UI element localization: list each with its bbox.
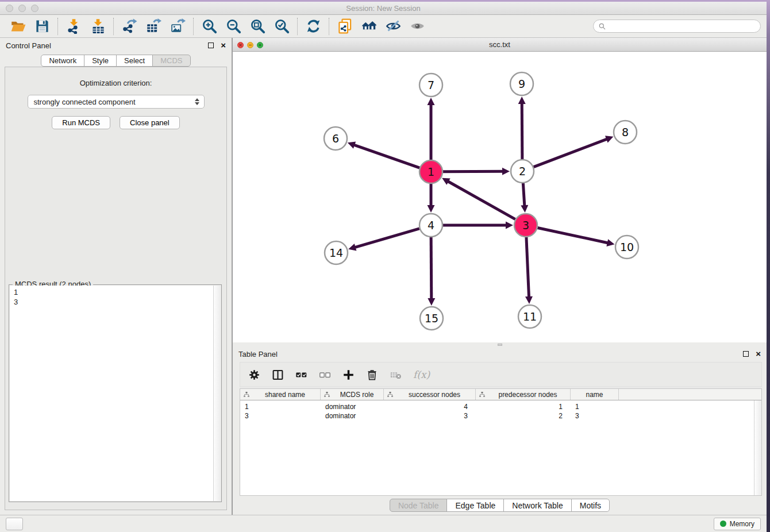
- float-table-panel-icon[interactable]: [743, 351, 749, 357]
- network-minimize-button[interactable]: [247, 42, 253, 48]
- graph-node-8[interactable]: 8: [614, 121, 637, 144]
- network-close-button[interactable]: [237, 42, 244, 48]
- tree-icon: [387, 391, 394, 398]
- checked-boxes-icon: [295, 369, 307, 381]
- export-network-icon: [122, 18, 137, 34]
- refresh-view-button[interactable]: [301, 17, 325, 36]
- window-minimize-button[interactable]: [18, 5, 26, 12]
- import-network-button[interactable]: [61, 17, 86, 36]
- toolbar-separator: [297, 18, 298, 35]
- graph-node-7[interactable]: 7: [419, 74, 442, 97]
- graph-edge-1-4[interactable]: [428, 184, 435, 213]
- tab-mcds[interactable]: MCDS: [152, 55, 190, 67]
- graph-edge-4-15[interactable]: [428, 237, 435, 306]
- network-overview-button[interactable]: [357, 17, 381, 36]
- zoom-selected-button[interactable]: [270, 17, 294, 36]
- tab-motifs[interactable]: Motifs: [571, 499, 610, 512]
- table-header-row: shared nameMCDS rolesuccessor nodesprede…: [240, 389, 761, 400]
- duplicate-network-button[interactable]: [333, 17, 357, 36]
- graph-edge-3-10[interactable]: [538, 228, 615, 246]
- save-session-button[interactable]: [30, 17, 54, 36]
- graph-node-11[interactable]: 11: [518, 305, 541, 328]
- graph-node-3[interactable]: 3: [514, 214, 537, 237]
- graph-edge-3-1[interactable]: [442, 178, 515, 219]
- tab-select[interactable]: Select: [116, 55, 153, 67]
- tab-style[interactable]: Style: [84, 55, 117, 67]
- graph-edge-2-3[interactable]: [521, 183, 528, 213]
- column-label: name: [571, 391, 618, 399]
- task-history-button[interactable]: [6, 518, 23, 530]
- graph-edge-1-2[interactable]: [443, 168, 510, 175]
- table-cell-name: 3: [571, 411, 619, 421]
- import-table-button[interactable]: [86, 17, 110, 36]
- split-view-button[interactable]: [272, 369, 284, 381]
- table-settings-button[interactable]: [248, 369, 260, 381]
- column-header-name[interactable]: name: [571, 389, 619, 400]
- tab-network-table[interactable]: Network Table: [503, 499, 571, 512]
- table-scrollbar[interactable]: [754, 400, 761, 495]
- add-column-button[interactable]: [342, 369, 355, 381]
- table-cell-successor-nodes: 4: [384, 402, 476, 411]
- tab-edge-table[interactable]: Edge Table: [446, 499, 504, 512]
- graph-edge-1-6[interactable]: [348, 141, 419, 168]
- open-session-button[interactable]: [6, 17, 30, 36]
- graph-edge-2-8[interactable]: [534, 136, 614, 167]
- close-table-panel-icon[interactable]: ×: [756, 351, 761, 357]
- window-close-button[interactable]: [6, 5, 13, 12]
- close-panel-button[interactable]: Close panel: [120, 116, 180, 129]
- hide-selected-button[interactable]: [381, 17, 405, 36]
- unchecked-boxes-icon: [319, 369, 331, 381]
- mcds-result-area[interactable]: 13: [10, 286, 221, 501]
- result-scrollbar[interactable]: [213, 286, 221, 501]
- search-input-field[interactable]: [609, 22, 745, 30]
- fit-content-button[interactable]: [245, 17, 270, 36]
- graph-node-1[interactable]: 1: [419, 160, 442, 183]
- column-header-shared-name[interactable]: shared name: [240, 389, 321, 400]
- graph-edge-3-11[interactable]: [525, 237, 533, 304]
- graph-edge-4-14[interactable]: [348, 229, 419, 251]
- export-network-button[interactable]: [117, 17, 141, 36]
- export-image-button[interactable]: [165, 17, 190, 36]
- graph-node-2[interactable]: 2: [511, 160, 534, 183]
- graph-node-6[interactable]: 6: [324, 127, 347, 150]
- graph-node-10[interactable]: 10: [615, 236, 638, 259]
- graph-edge-4-3[interactable]: [443, 222, 513, 229]
- network-graph: 7968124314101511: [233, 52, 765, 342]
- search-input[interactable]: [593, 20, 761, 33]
- float-panel-icon[interactable]: [208, 43, 214, 48]
- column-header-predecessor-nodes[interactable]: predecessor nodes: [476, 389, 571, 400]
- close-panel-icon[interactable]: ×: [221, 43, 226, 48]
- graph-edge-2-9[interactable]: [518, 97, 526, 159]
- column-header-successor-nodes[interactable]: successor nodes: [384, 389, 476, 400]
- toolbar-buttons: [6, 15, 429, 37]
- hide-all-columns-button[interactable]: [319, 369, 331, 381]
- show-all-columns-button[interactable]: [295, 369, 307, 381]
- fx-icon: f(x): [413, 369, 430, 380]
- run-mcds-button[interactable]: Run MCDS: [52, 116, 110, 129]
- table-row[interactable]: 1dominator411: [240, 402, 761, 411]
- network-canvas[interactable]: 7968124314101511: [233, 52, 767, 342]
- zoom-in-button[interactable]: [197, 17, 221, 36]
- network-zoom-button[interactable]: [257, 42, 263, 48]
- graph-node-14[interactable]: 14: [325, 241, 348, 264]
- svg-text:8: 8: [622, 126, 629, 138]
- svg-text:1: 1: [428, 165, 434, 178]
- memory-button[interactable]: Memory: [714, 518, 761, 530]
- column-label: successor nodes: [394, 391, 475, 399]
- table-panel-header: Table Panel ×: [233, 346, 767, 361]
- export-table-button[interactable]: [141, 17, 165, 36]
- optimization-select[interactable]: strongly connected component: [28, 95, 205, 109]
- table-row[interactable]: 3dominator323: [240, 411, 761, 421]
- window-zoom-button[interactable]: [31, 5, 38, 12]
- delete-column-button[interactable]: [366, 369, 378, 381]
- tab-node-table[interactable]: Node Table: [390, 499, 448, 512]
- tab-network[interactable]: Network: [41, 55, 84, 67]
- zoom-out-button[interactable]: [221, 17, 245, 36]
- show-hidden-button[interactable]: [405, 17, 429, 36]
- graph-node-9[interactable]: 9: [510, 72, 533, 95]
- graph-edge-1-7[interactable]: [428, 98, 435, 160]
- column-header-mcds-role[interactable]: MCDS role: [321, 389, 384, 400]
- horizontal-splitter[interactable]: [233, 342, 767, 346]
- graph-node-4[interactable]: 4: [419, 214, 442, 237]
- graph-node-15[interactable]: 15: [420, 307, 443, 330]
